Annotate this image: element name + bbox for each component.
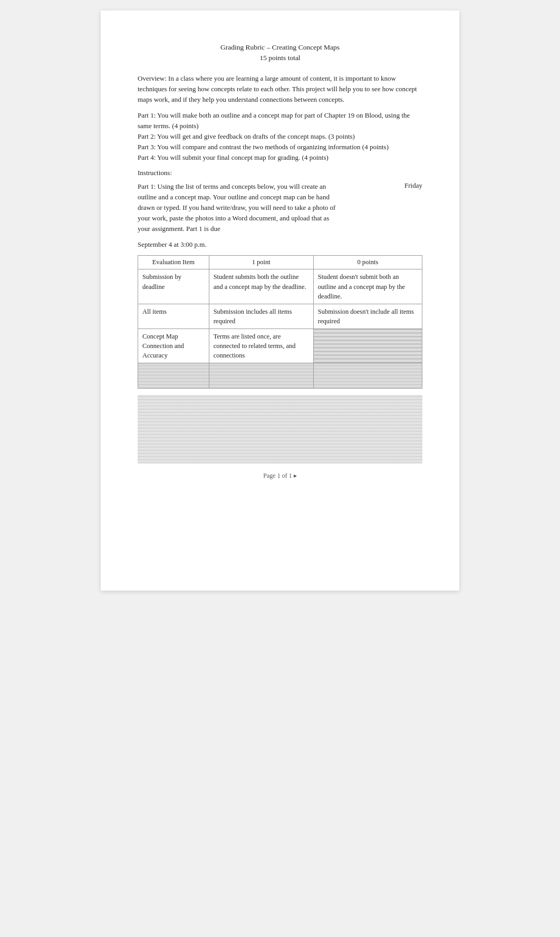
title-line1: Grading Rubric – Creating Concept Maps	[138, 42, 422, 53]
due-date-label: Friday	[404, 181, 422, 189]
row1-col3: Student doesn't submit both an outline a…	[313, 269, 422, 304]
instructions-header: Instructions:	[138, 169, 422, 177]
part1-instructions-block: Part 1: Using the list of terms and conc…	[138, 181, 422, 256]
rubric-table: Evaluation Item 1 point 0 points Submiss…	[138, 255, 422, 388]
row4-col1: blurred content	[138, 363, 209, 388]
row2-col1: All items	[138, 304, 209, 329]
blurred-paragraph	[138, 395, 422, 463]
row3-col2: Terms are listed once, are connected to …	[209, 329, 313, 363]
table-header-row: Evaluation Item 1 point 0 points	[138, 256, 422, 269]
row4-col3: blurred text content not readable in scr…	[313, 363, 422, 388]
due-date-continued: September 4 at 3:00 p.m.	[138, 239, 343, 250]
title-line2: 15 points total	[138, 53, 422, 63]
part2-summary: Part 2: You will get and give feedback o…	[138, 131, 422, 142]
row3-col1: Concept Map Connection and Accuracy	[138, 329, 209, 363]
table-row: All items Submission includes all items …	[138, 304, 422, 329]
part1-summary: Part 1: You will make both an outline an…	[138, 110, 422, 131]
overview-text: Overview: In a class where you are learn…	[138, 73, 422, 105]
table-row: Concept Map Connection and Accuracy Term…	[138, 329, 422, 363]
col-header-1pt: 1 point	[209, 256, 313, 269]
col-header-0pt: 0 points	[313, 256, 422, 269]
part1-instructions-left: Part 1: Using the list of terms and conc…	[138, 181, 343, 256]
due-date-right: Friday	[388, 181, 422, 190]
table-row-blurred: blurred content blurred text content not…	[138, 363, 422, 388]
page-number: Page 1 of 1 ▸	[138, 472, 422, 480]
table-row: Submission by deadline Student submits b…	[138, 269, 422, 304]
row1-col2: Student submits both the outline and a c…	[209, 269, 313, 304]
row2-col3: Submission doesn't include all items req…	[313, 304, 422, 329]
part4-summary: Part 4: You will submit your final conce…	[138, 152, 422, 163]
row4-col2: blurred text content not readable in scr…	[209, 363, 313, 388]
title-block: Grading Rubric – Creating Concept Maps 1…	[138, 42, 422, 64]
row1-col1: Submission by deadline	[138, 269, 209, 304]
row2-col2: Submission includes all items required	[209, 304, 313, 329]
col-header-eval: Evaluation Item	[138, 256, 209, 269]
part1-instructions-text: Part 1: Using the list of terms and conc…	[138, 181, 343, 235]
row3-col3: blurred	[313, 329, 422, 363]
part3-summary: Part 3: You will compare and contrast th…	[138, 142, 422, 152]
document-page: Grading Rubric – Creating Concept Maps 1…	[101, 11, 459, 591]
parts-block: Part 1: You will make both an outline an…	[138, 110, 422, 163]
